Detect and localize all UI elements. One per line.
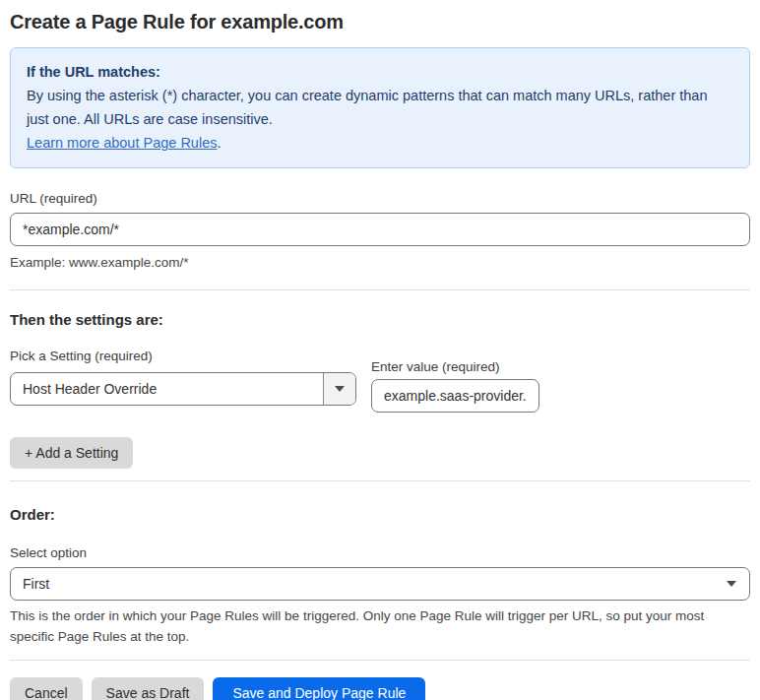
- url-field-label: URL (required): [10, 191, 750, 207]
- create-page-rule-form: Create a Page Rule for example.com If th…: [10, 10, 750, 700]
- order-helper-text: This is the order in which your Page Rul…: [10, 605, 734, 647]
- order-select[interactable]: First: [10, 567, 750, 601]
- chevron-down-icon[interactable]: [323, 373, 355, 405]
- section-divider: [10, 480, 750, 481]
- setting-select[interactable]: Host Header Override: [10, 372, 356, 406]
- learn-more-link[interactable]: Learn more about Page Rules: [27, 135, 217, 151]
- setting-select-value: Host Header Override: [11, 381, 323, 397]
- setting-value-input[interactable]: [371, 379, 539, 413]
- setting-picker-column: Pick a Setting (required) Host Header Ov…: [10, 349, 356, 406]
- save-draft-button[interactable]: Save as Draft: [92, 677, 205, 700]
- order-select-label: Select option: [10, 545, 750, 561]
- order-section-heading: Order:: [10, 506, 750, 523]
- value-field-label: Enter value (required): [371, 359, 539, 375]
- cancel-button[interactable]: Cancel: [10, 677, 83, 700]
- info-box-heading: If the URL matches:: [27, 60, 733, 84]
- order-select-value: First: [11, 576, 727, 592]
- link-period: .: [217, 135, 221, 151]
- setting-select-label: Pick a Setting (required): [10, 349, 356, 364]
- triangle-glyph: [335, 386, 345, 392]
- settings-section-heading: Then the settings are:: [10, 311, 750, 328]
- setting-value-column: Enter value (required): [371, 359, 539, 413]
- info-box-link-line: Learn more about Page Rules.: [27, 131, 733, 155]
- triangle-glyph: [727, 581, 736, 587]
- add-setting-button[interactable]: + Add a Setting: [10, 437, 133, 469]
- url-match-info-box: If the URL matches: By using the asteris…: [10, 47, 750, 168]
- section-divider: [10, 660, 750, 661]
- chevron-down-icon: [727, 581, 749, 587]
- save-deploy-button[interactable]: Save and Deploy Page Rule: [213, 677, 425, 700]
- form-actions: Cancel Save as Draft Save and Deploy Pag…: [10, 677, 750, 700]
- page-title: Create a Page Rule for example.com: [10, 10, 750, 33]
- settings-row: Pick a Setting (required) Host Header Ov…: [10, 349, 750, 413]
- url-example-helper: Example: www.example.com/*: [10, 252, 750, 273]
- section-divider: [10, 289, 750, 290]
- url-input[interactable]: [10, 213, 750, 246]
- info-box-body: By using the asterisk (*) character, you…: [27, 84, 722, 131]
